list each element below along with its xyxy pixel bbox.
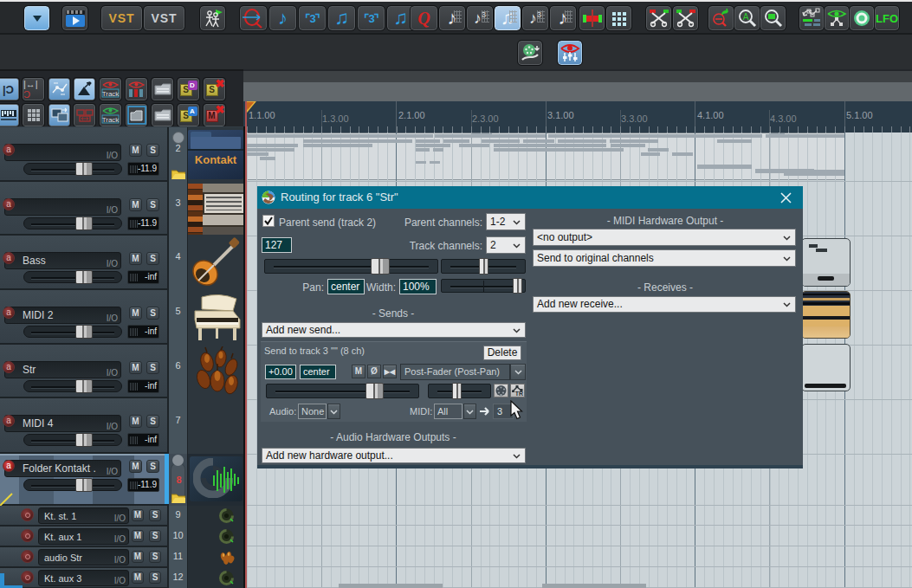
svg-text:Track: Track (102, 90, 120, 98)
svg-text:Track: Track (102, 116, 120, 124)
svg-text:A: A (742, 12, 748, 22)
